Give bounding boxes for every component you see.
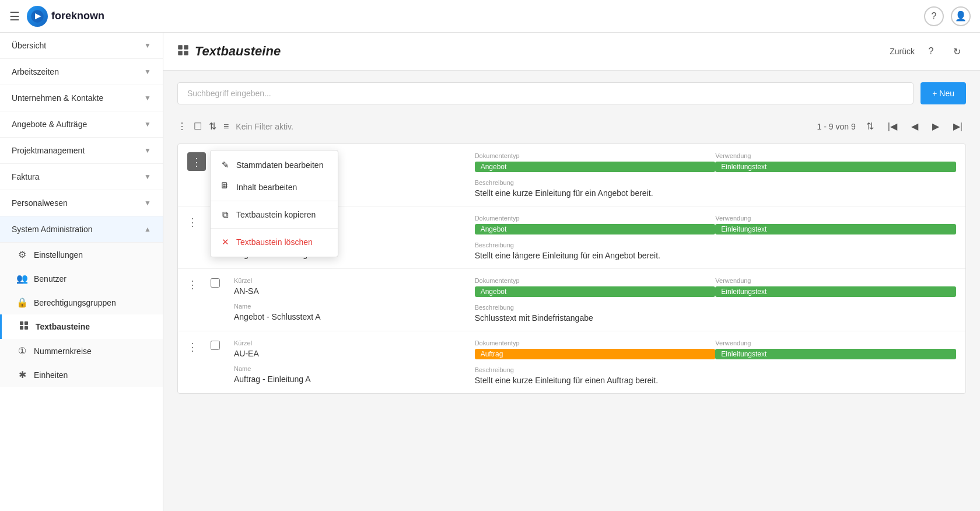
svg-rect-7 <box>184 45 188 50</box>
chevron-down-icon: ▼ <box>144 146 151 155</box>
beschreibung-value: Schlusstext mit Bindefristangabe <box>475 313 716 323</box>
table-row: ⋮ Kürzel AU-EA Name Auftrag - Einleitung… <box>178 331 965 393</box>
dokumententyp-label: Dokumententyp <box>475 277 716 284</box>
sidebar-item-label: Personalwesen <box>12 198 68 208</box>
topbar: ☰ foreknown ? 👤 <box>0 0 980 33</box>
page-title-area: Textbausteine <box>177 44 281 59</box>
sidebar-item-label: Angebote & Aufträge <box>12 120 87 129</box>
topbar-avatar[interactable]: 👤 <box>951 6 971 26</box>
lock-icon: 🔒 <box>16 297 28 308</box>
filter-icon[interactable]: ≡ <box>223 121 229 132</box>
hamburger-menu[interactable]: ☰ <box>9 9 20 23</box>
context-menu-item-label: Stammdaten bearbeiten <box>236 160 323 170</box>
context-menu-item-loschen[interactable]: ✕ Textbaustein löschen <box>211 231 338 253</box>
svg-rect-4 <box>20 326 23 330</box>
help-button[interactable]: ? <box>922 42 940 61</box>
row-select-checkbox[interactable] <box>211 341 220 350</box>
context-menu-item-kopieren[interactable]: ⧉ Textbaustein kopieren <box>211 204 338 226</box>
sidebar-item-angebote[interactable]: Angebote & Aufträge ▼ <box>0 111 163 138</box>
logo-text: foreknown <box>51 10 104 22</box>
sidebar-item-benutzer[interactable]: 👥 Benutzer <box>0 267 163 290</box>
sidebar-item-einstellungen[interactable]: ⚙ Einstellungen <box>0 243 163 267</box>
sidebar-item-faktura[interactable]: Faktura ▼ <box>0 164 163 190</box>
sidebar-item-system[interactable]: System Administration ▲ <box>0 216 163 243</box>
sidebar-item-projektmanagement[interactable]: Projektmanagement ▼ <box>0 138 163 164</box>
sidebar-item-arbeitszeiten[interactable]: Arbeitszeiten ▼ <box>0 59 163 85</box>
verwendung-cell: Verwendung Einleitungstext <box>715 215 956 235</box>
sidebar-item-personalwesen[interactable]: Personalwesen ▼ <box>0 190 163 216</box>
row-menu-button[interactable]: ⋮ <box>187 215 211 229</box>
back-button[interactable]: Zurück <box>890 47 915 56</box>
context-menu-item-inhalt[interactable]: Inhalt bearbeiten <box>211 176 338 198</box>
sort-rows-icon[interactable]: ⇅ <box>209 121 216 132</box>
svg-rect-8 <box>178 51 183 55</box>
dokumententyp-badge: Angebot <box>475 224 716 235</box>
chevron-down-icon: ▼ <box>144 199 151 207</box>
verwendung-cell: Verwendung Einleitungstext <box>715 277 956 297</box>
prev-page-button[interactable]: ◀ <box>908 118 922 134</box>
dokumententyp-label: Dokumententyp <box>475 152 716 159</box>
name-value: Auftrag - Einleitung A <box>234 374 475 384</box>
context-menu-item-label: Textbaustein kopieren <box>236 210 316 219</box>
vertical-dots-icon: ⋮ <box>187 278 198 291</box>
beschreibung-label: Beschreibung <box>475 366 716 373</box>
sidebar-item-nummernkreise[interactable]: ① Nummernkreise <box>0 339 163 363</box>
row-menu-button[interactable]: ⋮ <box>187 152 206 171</box>
help-icon: ? <box>932 11 937 22</box>
row-checkbox[interactable] <box>211 277 234 288</box>
row-menu-button[interactable]: ⋮ <box>187 277 211 291</box>
refresh-button[interactable]: ↻ <box>947 42 966 61</box>
beschreibung-label: Beschreibung <box>475 242 716 249</box>
context-menu-item-label: Inhalt bearbeiten <box>236 183 297 192</box>
sidebar-sub-item-label: Nummernkreise <box>34 346 92 356</box>
row-checkbox[interactable] <box>211 340 234 350</box>
avatar-icon: 👤 <box>955 10 967 22</box>
page-title-icon <box>177 44 189 59</box>
kuerzel-cell: Kürzel AN-SA Name Angebot - Schlusstext … <box>234 277 475 321</box>
row-select-checkbox[interactable] <box>211 278 220 288</box>
svg-rect-2 <box>20 321 23 325</box>
sidebar-item-einheiten[interactable]: ✱ Einheiten <box>0 363 163 387</box>
checkbox-all-icon[interactable]: ☐ <box>194 121 202 132</box>
logo: foreknown <box>27 6 104 27</box>
sidebar-item-label: System Administration <box>12 225 93 234</box>
sidebar-item-ubersicht[interactable]: Übersicht ▼ <box>0 33 163 59</box>
verwendung-badge: Einleitungstext <box>715 224 956 235</box>
logo-icon <box>27 6 48 27</box>
first-page-button[interactable]: |◀ <box>884 118 901 134</box>
row-menu-button[interactable]: ⋮ <box>187 340 211 354</box>
svg-rect-6 <box>178 45 183 50</box>
filter-status-text: Kein Filter aktiv. <box>236 122 293 131</box>
chevron-down-icon: ▼ <box>144 173 151 181</box>
beschreibung-value: Stellt eine längere Einleitung für ein A… <box>475 251 716 260</box>
new-button[interactable]: + Neu <box>921 82 966 104</box>
verwendung-badge: Einleitungstext <box>715 162 956 172</box>
next-page-button[interactable]: ▶ <box>929 118 943 134</box>
last-page-button[interactable]: ▶| <box>950 118 966 134</box>
kuerzel-value: AN-SA <box>234 286 475 296</box>
sidebar: Übersicht ▼ Arbeitszeiten ▼ Unternehmen … <box>0 33 163 511</box>
more-options-icon[interactable]: ⋮ <box>177 121 187 132</box>
units-icon: ✱ <box>16 369 28 380</box>
context-menu-item-stammdaten[interactable]: ✎ Stammdaten bearbeiten <box>211 154 338 176</box>
dokumententyp-badge: Angebot <box>475 162 716 172</box>
topbar-help-button[interactable]: ? <box>924 6 944 26</box>
sort-button[interactable]: ⇅ <box>863 118 877 134</box>
sidebar-item-unternehmen[interactable]: Unternehmen & Kontakte ▼ <box>0 85 163 111</box>
chevron-down-icon: ▼ <box>144 120 151 128</box>
table-row: ⋮ Kürzel AN-EA Name Angebot - Einleitung… <box>178 144 965 206</box>
search-input[interactable] <box>177 82 914 104</box>
context-menu: ✎ Stammdaten bearbeiten <box>210 150 338 257</box>
dokumententyp-badge: Angebot <box>475 286 716 297</box>
dokumententyp-cell: Dokumententyp Angebot Beschreibung Stell… <box>475 215 716 260</box>
main-content: Textbausteine Zurück ? ↻ + Neu ⋮ <box>163 33 980 511</box>
menu-divider <box>211 201 338 201</box>
textbausteine-icon <box>18 321 30 332</box>
context-menu-item-label: Textbaustein löschen <box>236 237 313 247</box>
verwendung-badge: Einleitungstext <box>715 286 956 297</box>
table-toolbar: ⋮ ☐ ⇅ ≡ Kein Filter aktiv. 1 - 9 von 9 ⇅… <box>177 114 966 139</box>
logo-svg <box>30 9 44 23</box>
sidebar-item-berechtigungsgruppen[interactable]: 🔒 Berechtigungsgruppen <box>0 290 163 314</box>
svg-rect-12 <box>225 184 227 186</box>
sidebar-item-textbausteine[interactable]: Textbausteine <box>0 314 163 339</box>
